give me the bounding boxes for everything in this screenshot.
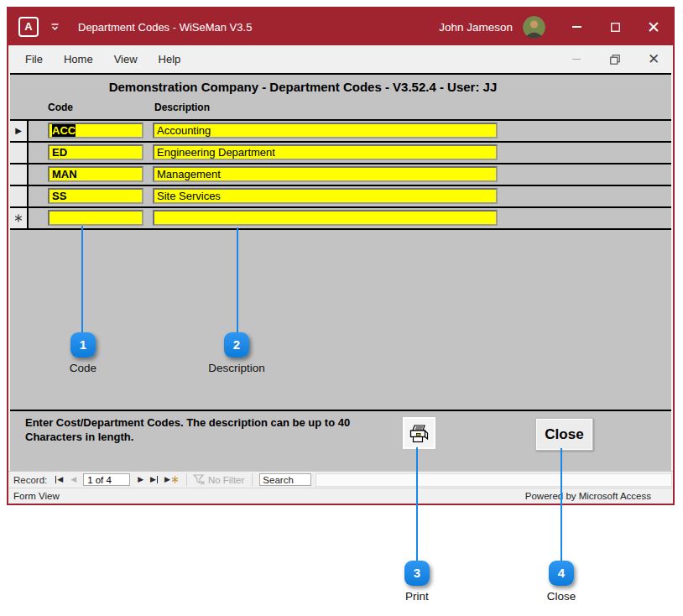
screenshot-stage: A Department Codes - WiSeMan V3.5 John J… [0, 0, 683, 616]
callout-line-2 [237, 227, 238, 332]
search-input[interactable] [259, 473, 311, 486]
status-bar: Form View Powered by Microsoft Access [8, 488, 673, 504]
menu-home[interactable]: Home [64, 53, 93, 65]
print-button[interactable] [402, 416, 436, 450]
inner-minimize-icon [572, 59, 581, 60]
callout-line-3 [416, 447, 418, 561]
first-record-button[interactable]: ◀ [55, 476, 63, 483]
row-selector[interactable] [10, 143, 29, 163]
record-label: Record: [13, 475, 47, 485]
no-filter-button[interactable]: No Filter [193, 474, 244, 485]
callout-badge-3: 3 [404, 561, 430, 586]
callout-badge-2: 2 [224, 332, 249, 358]
menu-view[interactable]: View [114, 53, 138, 65]
form-close-button[interactable]: Close [535, 418, 593, 451]
row-selector[interactable] [10, 164, 29, 185]
table-row: ED Engineering Department [10, 143, 671, 164]
inner-close-button[interactable]: ✕ [634, 45, 673, 73]
table-row: SS Site Services [10, 186, 671, 208]
restore-icon [610, 55, 620, 65]
menu-help[interactable]: Help [159, 53, 181, 65]
minimize-icon [572, 26, 581, 28]
filter-funnel-icon [193, 474, 206, 485]
user-avatar[interactable] [523, 16, 545, 39]
minimize-button[interactable] [557, 8, 596, 45]
row-selector[interactable] [10, 186, 29, 206]
menu-bar: File Home View Help ✕ [8, 45, 673, 73]
printer-icon [408, 423, 430, 444]
form-header-title: Demonstration Company - Department Codes… [10, 80, 671, 94]
next-record-button[interactable]: ▶ [138, 476, 143, 483]
department-codes-form: Demonstration Company - Department Codes… [10, 73, 671, 471]
code-field[interactable]: SS [48, 188, 143, 204]
maximize-icon [611, 23, 620, 32]
previous-record-button[interactable]: ◀ [70, 476, 76, 483]
description-field[interactable] [153, 210, 498, 226]
column-header-description: Description [154, 102, 210, 113]
window-body: Demonstration Company - Department Codes… [8, 73, 673, 504]
view-mode-label: Form View [13, 491, 60, 501]
menu-file[interactable]: File [25, 53, 43, 65]
code-field[interactable]: ACC [48, 123, 143, 138]
maximize-button[interactable] [596, 8, 634, 45]
row-selector-new[interactable] [10, 208, 29, 228]
close-icon: ✕ [647, 19, 660, 35]
app-window: A Department Codes - WiSeMan V3.5 John J… [7, 7, 675, 505]
form-instructions: Enter Cost/Department Codes. The descrip… [25, 415, 386, 444]
inner-close-icon: ✕ [648, 52, 660, 66]
records-grid: ▶ ACC Accounting ED Engineering Departme… [10, 119, 671, 230]
code-field[interactable]: MAN [48, 166, 143, 182]
new-record-asterisk-icon [14, 214, 23, 222]
current-record-arrow-icon: ▶ [15, 127, 22, 135]
description-field[interactable]: Engineering Department [153, 144, 498, 160]
window-title: Department Codes - WiSeMan V3.5 [78, 21, 252, 34]
inner-restore-button[interactable] [596, 45, 634, 73]
code-field[interactable] [48, 210, 143, 226]
description-field[interactable]: Accounting [153, 123, 498, 138]
record-position-box[interactable]: 1 of 4 [83, 473, 130, 486]
footer-divider [10, 410, 671, 411]
new-record-star-icon [171, 476, 179, 483]
quick-access-chevron-icon[interactable] [50, 23, 60, 31]
callout-label-close: Close [519, 590, 603, 603]
nav-divider [186, 473, 187, 486]
title-bar: A Department Codes - WiSeMan V3.5 John J… [8, 8, 673, 45]
table-row-new [10, 208, 671, 230]
description-field[interactable]: Management [153, 166, 498, 182]
horizontal-scrollbar[interactable] [315, 473, 672, 487]
description-field[interactable]: Site Services [153, 188, 498, 204]
table-row: ▶ ACC Accounting [10, 121, 671, 143]
table-row: MAN Management [10, 164, 671, 186]
no-filter-label: No Filter [208, 475, 244, 485]
inner-minimize-button[interactable] [557, 45, 596, 73]
access-app-icon[interactable]: A [18, 17, 39, 37]
callout-label-code: Code [41, 362, 125, 374]
powered-by-label: Powered by Microsoft Access [525, 491, 651, 501]
nav-divider [252, 473, 253, 486]
account-user-name[interactable]: John Jameson [439, 21, 513, 34]
new-record-button[interactable]: ▶ [164, 476, 179, 483]
callout-badge-1: 1 [70, 332, 96, 358]
callout-label-description: Description [195, 362, 279, 374]
close-window-button[interactable]: ✕ [634, 8, 673, 45]
callout-badge-4: 4 [549, 561, 574, 586]
code-field[interactable]: ED [48, 144, 143, 160]
last-record-button[interactable]: ▶ [150, 476, 158, 483]
row-selector-current[interactable]: ▶ [10, 121, 29, 141]
column-header-code: Code [48, 102, 73, 113]
callout-label-print: Print [375, 590, 459, 603]
callout-line-4 [560, 448, 562, 561]
callout-line-1 [81, 226, 83, 332]
record-navigation-bar: Record: ◀ ◀ 1 of 4 ▶ ▶ ▶ [8, 471, 673, 488]
